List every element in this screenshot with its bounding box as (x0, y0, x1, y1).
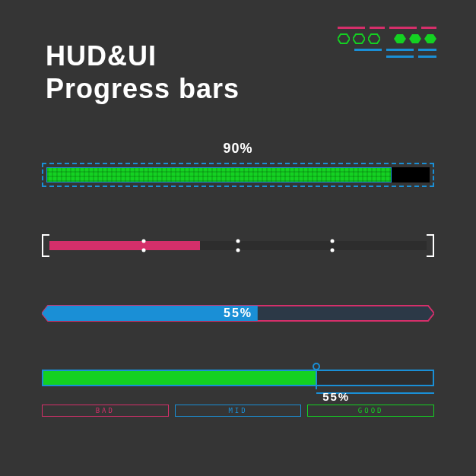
bracket-left-icon (42, 234, 49, 257)
progress-value-label: 55% (322, 388, 350, 403)
deco-blue-row (354, 49, 436, 51)
pink-dash-icon (370, 27, 385, 29)
progress-bar-angled: 55% (42, 304, 434, 322)
progress-track[interactable] (49, 241, 427, 250)
deco-pink-row (338, 27, 436, 29)
page-title: HUD&UI Progress bars (46, 40, 240, 105)
progress-fill (43, 371, 316, 385)
scale-good: GOOD (307, 405, 434, 417)
svg-marker-1 (353, 34, 365, 43)
svg-marker-4 (409, 34, 421, 43)
hexagon-icon (368, 33, 380, 44)
progress-bar-dashed: 90% (42, 141, 434, 187)
svg-marker-2 (368, 34, 380, 43)
rating-scale: BAD MID GOOD (42, 405, 434, 417)
svg-marker-5 (424, 34, 436, 43)
hexagon-icon (424, 33, 436, 44)
title-line-2: Progress bars (46, 72, 240, 105)
pink-dash-icon (338, 27, 365, 29)
progress-bar-rated: 55% BAD MID GOOD (42, 370, 434, 423)
progress-bar-bracket (42, 234, 434, 257)
pink-dash-icon (389, 27, 417, 29)
progress-fill (49, 241, 200, 250)
hexagon-icon (338, 33, 350, 44)
progress-track[interactable] (42, 370, 434, 386)
progress-value-label: 55% (224, 306, 252, 320)
blue-dash-icon (418, 56, 436, 58)
hexagon-icon (409, 33, 421, 44)
hexagon-icon (394, 33, 406, 44)
bracket-right-icon (427, 234, 434, 257)
pink-dash-icon (421, 27, 436, 29)
svg-marker-3 (394, 34, 406, 43)
progress-fill (46, 167, 392, 182)
progress-value-label: 90% (223, 141, 252, 157)
progress-marker-circle-icon (313, 363, 320, 370)
deco-blue-row (386, 56, 436, 58)
blue-dash-icon (386, 56, 414, 58)
decoration-group (338, 27, 436, 58)
svg-marker-0 (338, 34, 350, 43)
title-line-1: HUD&UI (46, 40, 240, 72)
scale-mid: MID (175, 405, 302, 417)
scale-bad: BAD (42, 405, 169, 417)
progress-track[interactable] (42, 163, 434, 187)
blue-dash-icon (386, 49, 414, 51)
deco-hex-row (338, 33, 436, 44)
blue-dash-icon (354, 49, 382, 51)
hexagon-icon (353, 33, 365, 44)
blue-dash-icon (418, 49, 436, 51)
